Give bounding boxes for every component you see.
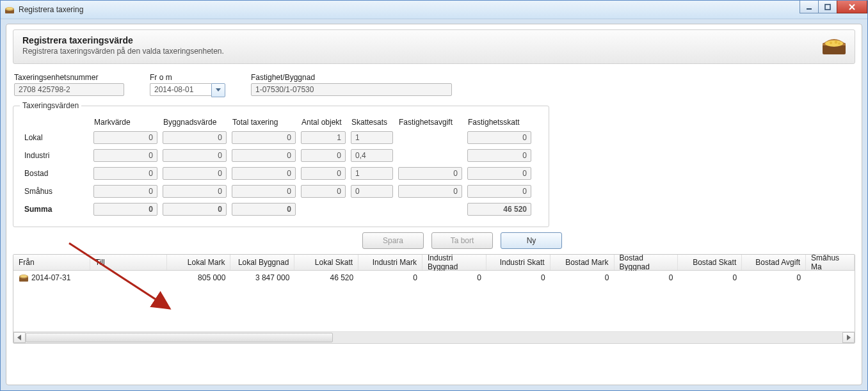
lokal-antal[interactable]: 1 xyxy=(301,131,346,144)
smahus-antal[interactable]: 0 xyxy=(301,185,346,198)
field-property: Fastighet/Byggnad xyxy=(251,73,452,97)
unit-label: Taxeringsenhetsnummer xyxy=(14,73,124,82)
window-buttons xyxy=(800,1,867,13)
smahus-sats[interactable]: 0 xyxy=(351,185,393,198)
horizontal-scrollbar[interactable] xyxy=(13,331,855,343)
col-skatt: Fastighetsskatt xyxy=(467,118,532,127)
list-body[interactable]: 2014-07-31 805 000 3 847 000 46 520 0 0 … xyxy=(13,271,855,331)
hdr-ind-skatt[interactable]: Industri Skatt xyxy=(486,255,551,270)
chevron-down-icon xyxy=(216,88,221,92)
top-fields: Taxeringsenhetsnummer Fr o m Fastighet/B… xyxy=(14,73,855,97)
hdr-bo-skatt[interactable]: Bostad Skatt xyxy=(678,255,742,270)
hdr-bo-mark[interactable]: Bostad Mark xyxy=(551,255,615,270)
col-total: Total taxering xyxy=(231,118,296,127)
industri-sats[interactable]: 0,4 xyxy=(351,149,393,162)
window-title: Registrera taxering xyxy=(19,5,83,14)
bostad-antal[interactable]: 0 xyxy=(301,167,346,180)
property-label: Fastighet/Byggnad xyxy=(251,73,452,82)
maximize-icon xyxy=(824,3,832,11)
new-button[interactable]: Ny xyxy=(501,232,562,249)
lokal-sats[interactable]: 1 xyxy=(351,131,393,144)
hdr-from[interactable]: Från xyxy=(13,255,90,270)
save-button[interactable]: Spara xyxy=(362,232,424,249)
svg-rect-4 xyxy=(825,4,830,10)
row-summa-label: Summa xyxy=(24,202,89,216)
page-subtitle: Registrera taxeringsvärden på den valda … xyxy=(22,47,224,56)
scroll-thumb[interactable] xyxy=(26,333,333,342)
field-unit: Taxeringsenhetsnummer xyxy=(14,73,124,97)
industri-mark[interactable]: 0 xyxy=(93,149,157,162)
hdr-ind-bygg[interactable]: Industri Byggnad xyxy=(422,255,486,270)
close-icon xyxy=(848,3,856,11)
hdr-lokal-bygg[interactable]: Lokal Byggnad xyxy=(230,255,294,270)
triangle-right-icon xyxy=(846,335,851,340)
svg-point-9 xyxy=(838,42,840,45)
smahus-mark[interactable]: 0 xyxy=(93,185,157,198)
scroll-right-button[interactable] xyxy=(842,332,855,343)
cell-bo-avgift: 0 xyxy=(742,273,806,282)
close-button[interactable] xyxy=(837,1,867,13)
unit-input[interactable] xyxy=(14,83,124,96)
bostad-mark[interactable]: 0 xyxy=(93,167,157,180)
hdr-bo-avgift[interactable]: Bostad Avgift xyxy=(742,255,806,270)
smahus-bygg[interactable]: 0 xyxy=(163,185,227,198)
cell-bo-skatt: 0 xyxy=(678,273,742,282)
cell-ind-bygg: 0 xyxy=(422,273,486,282)
lokal-total[interactable]: 0 xyxy=(232,131,296,144)
titlebar[interactable]: Registrera taxering xyxy=(1,1,867,19)
smahus-avgift[interactable]: 0 xyxy=(398,185,462,198)
row-industri-label: Industri xyxy=(24,148,89,163)
scroll-track[interactable] xyxy=(26,333,842,342)
list-header: Från Till Lokal Mark Lokal Byggnad Lokal… xyxy=(13,255,855,271)
hdr-lokal-mark[interactable]: Lokal Mark xyxy=(167,255,231,270)
scroll-left-button[interactable] xyxy=(13,332,26,343)
property-input[interactable] xyxy=(251,83,452,96)
chest-icon xyxy=(820,34,848,57)
svg-point-12 xyxy=(20,275,27,278)
hdr-lokal-skatt[interactable]: Lokal Skatt xyxy=(294,255,358,270)
history-list: Från Till Lokal Mark Lokal Byggnad Lokal… xyxy=(13,254,855,344)
triangle-left-icon xyxy=(17,335,22,340)
smahus-total[interactable]: 0 xyxy=(232,185,296,198)
delete-button[interactable]: Ta bort xyxy=(431,232,493,249)
industri-total[interactable]: 0 xyxy=(232,149,296,162)
tax-values-group: Taxeringsvärden Markvärde Byggnadsvärde … xyxy=(13,101,549,227)
lokal-bygg[interactable]: 0 xyxy=(163,131,227,144)
smahus-skatt[interactable]: 0 xyxy=(467,185,531,198)
cell-lokal-skatt: 46 520 xyxy=(294,273,358,282)
svg-point-8 xyxy=(835,41,838,44)
hdr-till[interactable]: Till xyxy=(90,255,167,270)
industri-skatt[interactable]: 0 xyxy=(467,149,531,162)
list-row[interactable]: 2014-07-31 805 000 3 847 000 46 520 0 0 … xyxy=(13,271,855,285)
cell-from-text: 2014-07-31 xyxy=(31,273,70,282)
bostad-bygg[interactable]: 0 xyxy=(163,167,227,180)
header-band: Registrera taxeringsvärde Registrera tax… xyxy=(13,29,855,64)
industri-bygg[interactable]: 0 xyxy=(163,149,227,162)
cell-ind-skatt: 0 xyxy=(486,273,551,282)
from-label: Fr o m xyxy=(150,73,225,82)
lokal-skatt[interactable]: 0 xyxy=(467,131,531,144)
chest-icon xyxy=(19,273,29,282)
industri-antal[interactable]: 0 xyxy=(301,149,346,162)
from-date-input[interactable] xyxy=(150,83,211,96)
lokal-mark[interactable]: 0 xyxy=(93,131,157,144)
from-date-dropdown[interactable] xyxy=(211,83,225,97)
hdr-bo-bygg[interactable]: Bostad Byggnad xyxy=(615,255,679,270)
summa-skatt: 46 520 xyxy=(467,203,531,216)
bostad-total[interactable]: 0 xyxy=(232,167,296,180)
hdr-sm-mark[interactable]: Småhus Ma xyxy=(806,255,855,270)
svg-point-2 xyxy=(6,7,13,10)
minimize-button[interactable] xyxy=(800,1,819,13)
maximize-button[interactable] xyxy=(818,1,837,13)
cell-bo-mark: 0 xyxy=(551,273,615,282)
bostad-sats[interactable]: 1 xyxy=(351,167,393,180)
row-bostad-label: Bostad xyxy=(24,166,89,180)
hdr-ind-mark[interactable]: Industri Mark xyxy=(358,255,422,270)
cell-lokal-mark: 805 000 xyxy=(167,273,231,282)
tax-legend: Taxeringsvärden xyxy=(20,101,81,110)
bostad-skatt[interactable]: 0 xyxy=(467,167,531,180)
button-row: Spara Ta bort Ny xyxy=(362,232,855,249)
row-lokal-label: Lokal xyxy=(24,131,89,145)
col-mark: Markvärde xyxy=(93,118,158,127)
bostad-avgift[interactable]: 0 xyxy=(398,167,462,180)
